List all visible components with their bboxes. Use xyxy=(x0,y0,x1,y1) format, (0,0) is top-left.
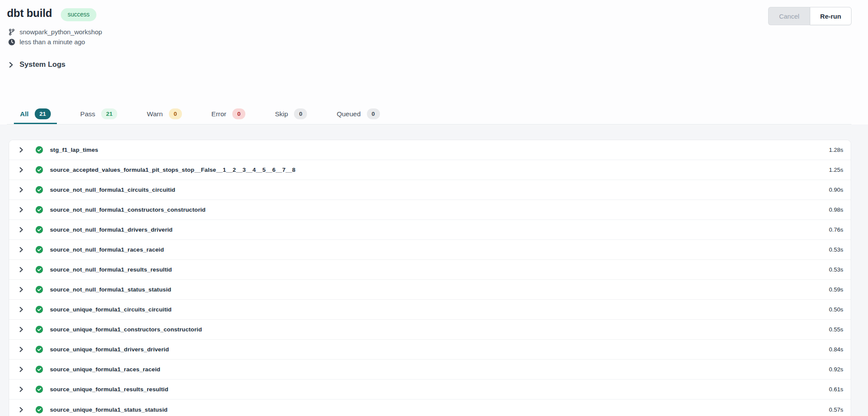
success-check-icon xyxy=(36,226,43,233)
success-check-icon xyxy=(36,266,43,273)
result-row[interactable]: source_not_null_formula1_circuits_circui… xyxy=(9,180,851,200)
expand-chevron-icon[interactable] xyxy=(18,306,26,313)
success-check-icon xyxy=(36,306,43,313)
git-branch-icon xyxy=(8,29,16,36)
result-name: source_not_null_formula1_constructors_co… xyxy=(50,206,205,213)
branch-name: snowpark_python_workshop xyxy=(20,28,102,36)
tab-count-badge: 21 xyxy=(35,108,51,120)
result-duration: 0.59s xyxy=(829,286,843,293)
tab-count-badge: 0 xyxy=(169,108,182,120)
result-row[interactable]: source_not_null_formula1_constructors_co… xyxy=(9,200,851,220)
result-row[interactable]: source_unique_formula1_circuits_circuiti… xyxy=(9,300,851,320)
time-row: less than a minute ago xyxy=(8,37,851,47)
title-row: dbt build success Cancel Re-run xyxy=(7,7,851,27)
tab-count-badge: 21 xyxy=(101,108,117,120)
run-detail-page: dbt build success Cancel Re-run snowpark… xyxy=(0,0,868,416)
success-check-icon xyxy=(36,386,43,393)
result-duration: 0.90s xyxy=(829,187,843,193)
result-name: source_unique_formula1_status_statusid xyxy=(50,406,168,413)
chevron-right-icon xyxy=(8,62,15,68)
system-logs-toggle[interactable]: System Logs xyxy=(8,59,851,70)
result-row[interactable]: source_unique_formula1_constructors_cons… xyxy=(9,320,851,340)
result-duration: 0.50s xyxy=(829,306,843,313)
result-row[interactable]: source_not_null_formula1_results_resulti… xyxy=(9,260,851,280)
cancel-button[interactable]: Cancel xyxy=(768,7,810,25)
result-row[interactable]: source_not_null_formula1_drivers_driveri… xyxy=(9,220,851,240)
result-row[interactable]: source_not_null_formula1_races_raceid 0.… xyxy=(9,240,851,260)
success-check-icon xyxy=(36,166,43,174)
run-header: dbt build success Cancel Re-run snowpark… xyxy=(0,0,868,124)
tab-pass[interactable]: Pass 21 xyxy=(74,105,124,124)
result-name: stg_f1_lap_times xyxy=(50,147,98,153)
result-row[interactable]: source_unique_formula1_status_statusid 0… xyxy=(9,400,851,416)
success-check-icon xyxy=(36,346,43,353)
result-duration: 0.53s xyxy=(829,266,843,273)
result-name: source_not_null_formula1_drivers_driveri… xyxy=(50,226,172,233)
result-row[interactable]: source_unique_formula1_races_raceid 0.92… xyxy=(9,360,851,380)
result-name: source_unique_formula1_drivers_driverid xyxy=(50,346,169,353)
success-check-icon xyxy=(36,286,43,293)
success-check-icon xyxy=(36,146,43,154)
clock-icon xyxy=(8,39,16,46)
expand-chevron-icon[interactable] xyxy=(18,246,26,253)
result-name: source_unique_formula1_constructors_cons… xyxy=(50,326,202,333)
success-check-icon xyxy=(36,326,43,333)
success-check-icon xyxy=(36,206,43,213)
tab-warn[interactable]: Warn 0 xyxy=(141,105,188,124)
tab-label: Pass xyxy=(80,110,95,118)
success-check-icon xyxy=(36,406,43,413)
expand-chevron-icon[interactable] xyxy=(18,326,26,333)
tab-label: All xyxy=(20,110,29,118)
result-row[interactable]: stg_f1_lap_times 1.28s xyxy=(9,140,851,160)
tab-count-badge: 0 xyxy=(232,108,245,120)
success-check-icon xyxy=(36,186,43,193)
expand-chevron-icon[interactable] xyxy=(18,266,26,273)
result-row[interactable]: source_not_null_formula1_status_statusid… xyxy=(9,280,851,300)
expand-chevron-icon[interactable] xyxy=(18,147,26,153)
expand-chevron-icon[interactable] xyxy=(18,167,26,173)
rerun-button[interactable]: Re-run xyxy=(810,7,851,25)
branch-row: snowpark_python_workshop xyxy=(8,27,851,37)
run-actions: Cancel Re-run xyxy=(768,7,851,25)
system-logs-label: System Logs xyxy=(20,60,66,69)
result-name: source_accepted_values_formula1_pit_stop… xyxy=(50,167,295,173)
success-check-icon xyxy=(36,366,43,373)
tab-count-badge: 0 xyxy=(367,108,380,120)
expand-chevron-icon[interactable] xyxy=(18,187,26,193)
expand-chevron-icon[interactable] xyxy=(18,286,26,293)
page-title: dbt build xyxy=(7,7,52,20)
results-list: stg_f1_lap_times 1.28s source_accepted_v… xyxy=(9,140,851,416)
tab-label: Error xyxy=(211,110,226,118)
result-name: source_unique_formula1_circuits_circuiti… xyxy=(50,306,172,313)
expand-chevron-icon[interactable] xyxy=(18,206,26,213)
expand-chevron-icon[interactable] xyxy=(18,406,26,413)
results-area: stg_f1_lap_times 1.28s source_accepted_v… xyxy=(0,124,868,416)
status-filter-tabs: All 21 Pass 21 Warn 0 Error 0 Skip 0 Que… xyxy=(7,105,851,124)
result-duration: 1.28s xyxy=(829,147,843,153)
result-name: source_unique_formula1_races_raceid xyxy=(50,366,160,373)
result-row[interactable]: source_unique_formula1_results_resultid … xyxy=(9,380,851,400)
tab-label: Skip xyxy=(275,110,288,118)
expand-chevron-icon[interactable] xyxy=(18,346,26,353)
status-badge: success xyxy=(61,8,97,21)
success-check-icon xyxy=(36,246,43,253)
tab-skip[interactable]: Skip 0 xyxy=(269,105,313,124)
result-name: source_not_null_formula1_circuits_circui… xyxy=(50,187,175,193)
result-row[interactable]: source_unique_formula1_drivers_driverid … xyxy=(9,340,851,360)
result-duration: 0.55s xyxy=(829,326,843,333)
result-name: source_unique_formula1_results_resultid xyxy=(50,386,168,393)
run-time-ago: less than a minute ago xyxy=(20,38,85,46)
tab-error[interactable]: Error 0 xyxy=(205,105,251,124)
result-duration: 0.57s xyxy=(829,406,843,413)
expand-chevron-icon[interactable] xyxy=(18,386,26,393)
result-row[interactable]: source_accepted_values_formula1_pit_stop… xyxy=(9,160,851,180)
tab-queued[interactable]: Queued 0 xyxy=(330,105,386,124)
expand-chevron-icon[interactable] xyxy=(18,366,26,373)
result-duration: 0.53s xyxy=(829,246,843,253)
tab-all[interactable]: All 21 xyxy=(14,105,57,124)
expand-chevron-icon[interactable] xyxy=(18,226,26,233)
result-name: source_not_null_formula1_status_statusid xyxy=(50,286,171,293)
tab-count-badge: 0 xyxy=(294,108,307,120)
result-duration: 0.84s xyxy=(829,346,843,353)
result-duration: 0.92s xyxy=(829,366,843,373)
